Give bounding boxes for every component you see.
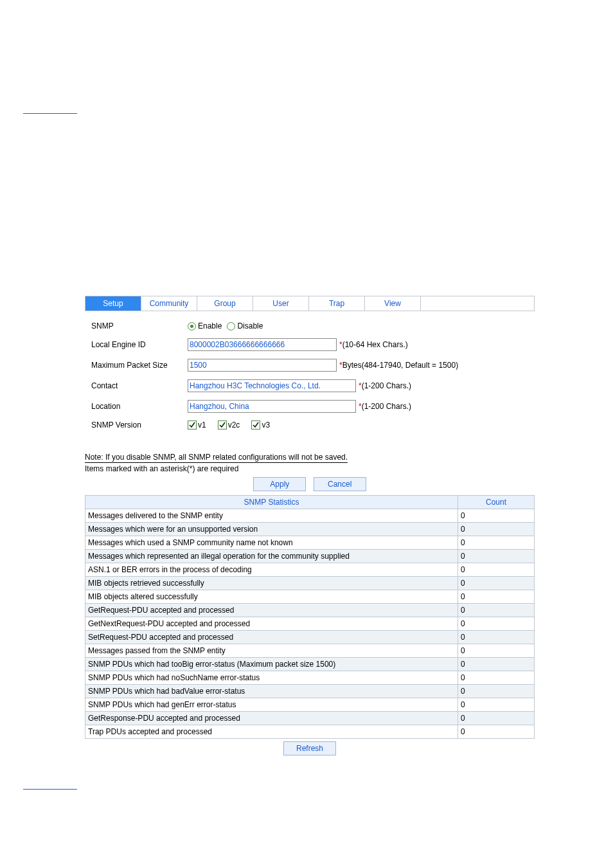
table-row: Messages which were for an unsupported v… <box>85 523 535 536</box>
table-row: SetRequest-PDU accepted and processed0 <box>85 631 535 644</box>
table-row: SNMP PDUs which had genErr error-status0 <box>85 698 535 712</box>
cancel-button[interactable]: Cancel <box>314 477 366 491</box>
stat-label: ASN.1 or BER errors in the process of de… <box>85 563 458 577</box>
max-packet-size-hint: *Bytes(484-17940, Default = 1500) <box>339 361 458 370</box>
snmp-label: SNMP <box>91 321 188 330</box>
snmp-statistics-table: SNMP Statistics Count Messages delivered… <box>85 495 535 739</box>
stat-label: SetRequest-PDU accepted and processed <box>85 631 458 644</box>
version-v1-checkbox[interactable]: v1 <box>188 420 206 429</box>
stats-header-count: Count <box>458 496 535 509</box>
stat-count: 0 <box>458 523 535 536</box>
table-row: Messages passed from the SNMP entity0 <box>85 644 535 658</box>
engine-id-hint: *(10-64 Hex Chars.) <box>339 340 408 349</box>
stat-count: 0 <box>458 590 535 604</box>
contact-hint: *(1-200 Chars.) <box>359 381 411 390</box>
button-label: Cancel <box>328 480 351 489</box>
checkbox-label: v3 <box>262 420 270 429</box>
tab-label: View <box>384 299 401 308</box>
stat-count: 0 <box>458 509 535 523</box>
stat-count: 0 <box>458 631 535 644</box>
snmp-version-label: SNMP Version <box>91 420 188 429</box>
disable-snmp-note: Note: If you disable SNMP, all SNMP rela… <box>85 453 348 463</box>
stat-count: 0 <box>458 617 535 631</box>
radio-label: Disable <box>237 321 263 330</box>
button-label: Apply <box>270 480 289 489</box>
version-v3-checkbox[interactable]: v3 <box>251 420 270 429</box>
stat-count: 0 <box>458 658 535 671</box>
table-row: GetRequest-PDU accepted and processed0 <box>85 604 535 617</box>
max-packet-size-label: Maximum Packet Size <box>91 361 188 370</box>
snmp-enable-radio[interactable]: Enable <box>188 321 222 330</box>
table-row: SNMP PDUs which had badValue error-statu… <box>85 685 535 698</box>
stat-label: SNMP PDUs which had genErr error-status <box>85 698 458 712</box>
radio-icon <box>227 322 235 330</box>
refresh-button[interactable]: Refresh <box>283 741 336 755</box>
tab-label: User <box>272 299 289 308</box>
stats-header-name: SNMP Statistics <box>85 496 458 509</box>
table-row: MIB objects altered successfully0 <box>85 590 535 604</box>
tab-group[interactable]: Group <box>197 296 253 311</box>
version-v2c-checkbox[interactable]: v2c <box>218 420 240 429</box>
max-packet-size-input[interactable] <box>188 359 337 372</box>
checkbox-icon <box>188 420 197 429</box>
stat-count: 0 <box>458 685 535 698</box>
stat-count: 0 <box>458 550 535 563</box>
button-label: Refresh <box>296 744 323 753</box>
stat-count: 0 <box>458 604 535 617</box>
apply-button[interactable]: Apply <box>253 477 306 491</box>
contact-input[interactable] <box>188 379 356 392</box>
stat-label: Messages passed from the SNMP entity <box>85 644 458 658</box>
stat-count: 0 <box>458 698 535 712</box>
table-row: SNMP PDUs which had noSuchName error-sta… <box>85 671 535 685</box>
stat-label: SNMP PDUs which had badValue error-statu… <box>85 685 458 698</box>
table-row: GetResponse-PDU accepted and processed0 <box>85 712 535 725</box>
table-row: SNMP PDUs which had tooBig error-status … <box>85 658 535 671</box>
checkbox-icon <box>251 420 260 429</box>
checkbox-label: v2c <box>228 420 240 429</box>
contact-label: Contact <box>91 381 188 390</box>
engine-id-input[interactable] <box>188 338 337 351</box>
stat-label: Messages which used a SNMP community nam… <box>85 536 458 550</box>
stat-label: GetNextRequest-PDU accepted and processe… <box>85 617 458 631</box>
tab-label: Setup <box>103 299 123 308</box>
stat-count: 0 <box>458 671 535 685</box>
stat-label: Messages delivered to the SNMP entity <box>85 509 458 523</box>
radio-label: Enable <box>198 321 222 330</box>
stat-label: Messages which were for an unsupported v… <box>85 523 458 536</box>
table-row: Messages which used a SNMP community nam… <box>85 536 535 550</box>
stat-label: SNMP PDUs which had noSuchName error-sta… <box>85 671 458 685</box>
table-row: Trap PDUs accepted and processed0 <box>85 725 535 739</box>
tab-user[interactable]: User <box>253 296 309 311</box>
tab-label: Group <box>214 299 235 308</box>
tab-setup[interactable]: Setup <box>85 296 141 311</box>
table-row: MIB objects retrieved successfully0 <box>85 577 535 590</box>
snmp-setup-form: SNMP Enable Disable Local Engine ID <box>85 318 535 433</box>
stat-count: 0 <box>458 536 535 550</box>
stat-label: MIB objects altered successfully <box>85 590 458 604</box>
tab-label: Trap <box>329 299 344 308</box>
stat-count: 0 <box>458 563 535 577</box>
tab-view[interactable]: View <box>365 296 421 311</box>
stat-count: 0 <box>458 712 535 725</box>
stat-label: Messages which represented an illegal op… <box>85 550 458 563</box>
table-row: ASN.1 or BER errors in the process of de… <box>85 563 535 577</box>
stat-label: GetResponse-PDU accepted and processed <box>85 712 458 725</box>
tab-bar: Setup Community Group User Trap View <box>85 296 535 311</box>
tab-community[interactable]: Community <box>141 296 197 311</box>
stat-label: Trap PDUs accepted and processed <box>85 725 458 739</box>
stat-label: MIB objects retrieved successfully <box>85 577 458 590</box>
snmp-disable-radio[interactable]: Disable <box>227 321 263 330</box>
table-row: Messages which represented an illegal op… <box>85 550 535 563</box>
header-link-placeholder[interactable] <box>23 105 77 114</box>
tab-trap[interactable]: Trap <box>309 296 365 311</box>
stat-label: SNMP PDUs which had tooBig error-status … <box>85 658 458 671</box>
location-hint: *(1-200 Chars.) <box>359 402 411 411</box>
checkbox-icon <box>218 420 227 429</box>
location-input[interactable] <box>188 400 356 413</box>
required-fields-note: Items marked with an asterisk(*) are req… <box>85 464 535 473</box>
tab-filler <box>421 296 535 311</box>
footer-link-placeholder[interactable] <box>23 781 77 790</box>
radio-icon <box>188 322 196 330</box>
checkbox-label: v1 <box>198 420 206 429</box>
stat-count: 0 <box>458 577 535 590</box>
